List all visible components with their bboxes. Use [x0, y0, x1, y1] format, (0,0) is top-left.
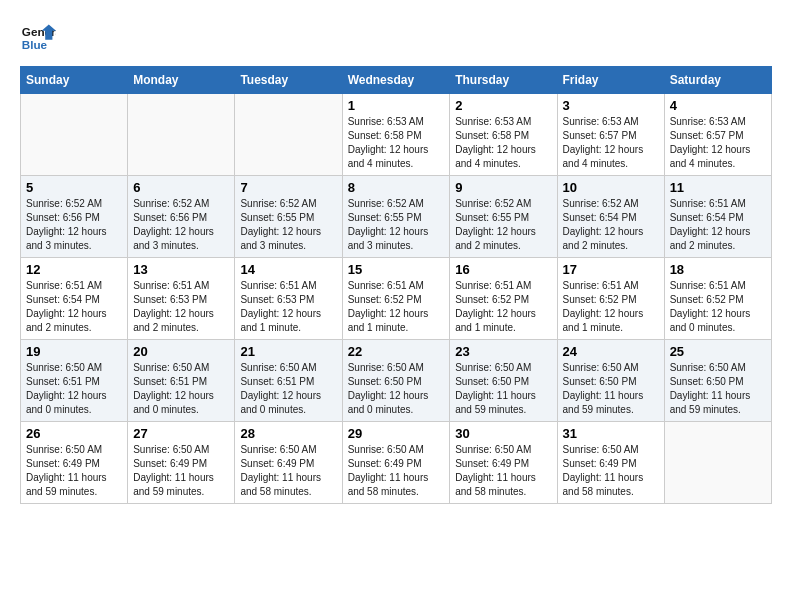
- day-cell: 14Sunrise: 6:51 AM Sunset: 6:53 PM Dayli…: [235, 258, 342, 340]
- day-number: 18: [670, 262, 766, 277]
- day-number: 13: [133, 262, 229, 277]
- day-info: Sunrise: 6:51 AM Sunset: 6:52 PM Dayligh…: [348, 279, 445, 335]
- day-info: Sunrise: 6:51 AM Sunset: 6:54 PM Dayligh…: [670, 197, 766, 253]
- day-info: Sunrise: 6:52 AM Sunset: 6:56 PM Dayligh…: [133, 197, 229, 253]
- day-info: Sunrise: 6:50 AM Sunset: 6:51 PM Dayligh…: [240, 361, 336, 417]
- day-info: Sunrise: 6:50 AM Sunset: 6:49 PM Dayligh…: [455, 443, 551, 499]
- day-cell: 24Sunrise: 6:50 AM Sunset: 6:50 PM Dayli…: [557, 340, 664, 422]
- day-number: 10: [563, 180, 659, 195]
- day-number: 26: [26, 426, 122, 441]
- day-info: Sunrise: 6:51 AM Sunset: 6:52 PM Dayligh…: [455, 279, 551, 335]
- day-number: 2: [455, 98, 551, 113]
- day-cell: 23Sunrise: 6:50 AM Sunset: 6:50 PM Dayli…: [450, 340, 557, 422]
- day-info: Sunrise: 6:50 AM Sunset: 6:50 PM Dayligh…: [670, 361, 766, 417]
- calendar-table: SundayMondayTuesdayWednesdayThursdayFrid…: [20, 66, 772, 504]
- day-number: 24: [563, 344, 659, 359]
- day-cell: 15Sunrise: 6:51 AM Sunset: 6:52 PM Dayli…: [342, 258, 450, 340]
- day-header-wednesday: Wednesday: [342, 67, 450, 94]
- svg-text:Blue: Blue: [22, 38, 48, 51]
- day-info: Sunrise: 6:50 AM Sunset: 6:50 PM Dayligh…: [455, 361, 551, 417]
- day-cell: 19Sunrise: 6:50 AM Sunset: 6:51 PM Dayli…: [21, 340, 128, 422]
- day-header-friday: Friday: [557, 67, 664, 94]
- day-info: Sunrise: 6:52 AM Sunset: 6:55 PM Dayligh…: [240, 197, 336, 253]
- day-number: 22: [348, 344, 445, 359]
- day-info: Sunrise: 6:53 AM Sunset: 6:57 PM Dayligh…: [563, 115, 659, 171]
- day-cell: 27Sunrise: 6:50 AM Sunset: 6:49 PM Dayli…: [128, 422, 235, 504]
- day-info: Sunrise: 6:51 AM Sunset: 6:52 PM Dayligh…: [563, 279, 659, 335]
- day-info: Sunrise: 6:50 AM Sunset: 6:49 PM Dayligh…: [240, 443, 336, 499]
- day-cell: 30Sunrise: 6:50 AM Sunset: 6:49 PM Dayli…: [450, 422, 557, 504]
- day-number: 19: [26, 344, 122, 359]
- day-cell: 26Sunrise: 6:50 AM Sunset: 6:49 PM Dayli…: [21, 422, 128, 504]
- week-row-5: 26Sunrise: 6:50 AM Sunset: 6:49 PM Dayli…: [21, 422, 772, 504]
- day-cell: [235, 94, 342, 176]
- day-cell: 9Sunrise: 6:52 AM Sunset: 6:55 PM Daylig…: [450, 176, 557, 258]
- day-info: Sunrise: 6:50 AM Sunset: 6:49 PM Dayligh…: [563, 443, 659, 499]
- day-number: 31: [563, 426, 659, 441]
- day-info: Sunrise: 6:50 AM Sunset: 6:49 PM Dayligh…: [133, 443, 229, 499]
- day-cell: 2Sunrise: 6:53 AM Sunset: 6:58 PM Daylig…: [450, 94, 557, 176]
- day-cell: 17Sunrise: 6:51 AM Sunset: 6:52 PM Dayli…: [557, 258, 664, 340]
- day-info: Sunrise: 6:50 AM Sunset: 6:50 PM Dayligh…: [348, 361, 445, 417]
- day-info: Sunrise: 6:50 AM Sunset: 6:51 PM Dayligh…: [133, 361, 229, 417]
- day-cell: 5Sunrise: 6:52 AM Sunset: 6:56 PM Daylig…: [21, 176, 128, 258]
- day-cell: [664, 422, 771, 504]
- day-number: 12: [26, 262, 122, 277]
- week-row-4: 19Sunrise: 6:50 AM Sunset: 6:51 PM Dayli…: [21, 340, 772, 422]
- day-cell: 11Sunrise: 6:51 AM Sunset: 6:54 PM Dayli…: [664, 176, 771, 258]
- day-number: 1: [348, 98, 445, 113]
- day-number: 20: [133, 344, 229, 359]
- logo-icon: General Blue: [20, 20, 56, 56]
- day-cell: 10Sunrise: 6:52 AM Sunset: 6:54 PM Dayli…: [557, 176, 664, 258]
- day-info: Sunrise: 6:53 AM Sunset: 6:58 PM Dayligh…: [348, 115, 445, 171]
- day-cell: 7Sunrise: 6:52 AM Sunset: 6:55 PM Daylig…: [235, 176, 342, 258]
- day-cell: 12Sunrise: 6:51 AM Sunset: 6:54 PM Dayli…: [21, 258, 128, 340]
- day-cell: 13Sunrise: 6:51 AM Sunset: 6:53 PM Dayli…: [128, 258, 235, 340]
- day-cell: [128, 94, 235, 176]
- day-header-sunday: Sunday: [21, 67, 128, 94]
- day-header-monday: Monday: [128, 67, 235, 94]
- day-info: Sunrise: 6:51 AM Sunset: 6:53 PM Dayligh…: [240, 279, 336, 335]
- day-number: 8: [348, 180, 445, 195]
- day-header-thursday: Thursday: [450, 67, 557, 94]
- week-row-1: 1Sunrise: 6:53 AM Sunset: 6:58 PM Daylig…: [21, 94, 772, 176]
- day-number: 11: [670, 180, 766, 195]
- day-number: 5: [26, 180, 122, 195]
- day-number: 29: [348, 426, 445, 441]
- day-info: Sunrise: 6:52 AM Sunset: 6:55 PM Dayligh…: [348, 197, 445, 253]
- day-info: Sunrise: 6:52 AM Sunset: 6:56 PM Dayligh…: [26, 197, 122, 253]
- day-number: 25: [670, 344, 766, 359]
- day-cell: 29Sunrise: 6:50 AM Sunset: 6:49 PM Dayli…: [342, 422, 450, 504]
- week-row-2: 5Sunrise: 6:52 AM Sunset: 6:56 PM Daylig…: [21, 176, 772, 258]
- day-cell: 3Sunrise: 6:53 AM Sunset: 6:57 PM Daylig…: [557, 94, 664, 176]
- day-number: 27: [133, 426, 229, 441]
- day-cell: [21, 94, 128, 176]
- day-cell: 6Sunrise: 6:52 AM Sunset: 6:56 PM Daylig…: [128, 176, 235, 258]
- day-cell: 22Sunrise: 6:50 AM Sunset: 6:50 PM Dayli…: [342, 340, 450, 422]
- day-info: Sunrise: 6:50 AM Sunset: 6:50 PM Dayligh…: [563, 361, 659, 417]
- day-number: 30: [455, 426, 551, 441]
- day-cell: 8Sunrise: 6:52 AM Sunset: 6:55 PM Daylig…: [342, 176, 450, 258]
- day-info: Sunrise: 6:50 AM Sunset: 6:49 PM Dayligh…: [26, 443, 122, 499]
- day-number: 6: [133, 180, 229, 195]
- day-number: 17: [563, 262, 659, 277]
- header: General Blue: [20, 20, 772, 56]
- day-number: 28: [240, 426, 336, 441]
- day-info: Sunrise: 6:51 AM Sunset: 6:54 PM Dayligh…: [26, 279, 122, 335]
- day-number: 21: [240, 344, 336, 359]
- day-info: Sunrise: 6:51 AM Sunset: 6:52 PM Dayligh…: [670, 279, 766, 335]
- day-cell: 31Sunrise: 6:50 AM Sunset: 6:49 PM Dayli…: [557, 422, 664, 504]
- day-info: Sunrise: 6:52 AM Sunset: 6:55 PM Dayligh…: [455, 197, 551, 253]
- day-info: Sunrise: 6:53 AM Sunset: 6:57 PM Dayligh…: [670, 115, 766, 171]
- day-header-saturday: Saturday: [664, 67, 771, 94]
- day-number: 15: [348, 262, 445, 277]
- day-info: Sunrise: 6:52 AM Sunset: 6:54 PM Dayligh…: [563, 197, 659, 253]
- day-number: 9: [455, 180, 551, 195]
- day-info: Sunrise: 6:50 AM Sunset: 6:51 PM Dayligh…: [26, 361, 122, 417]
- day-number: 7: [240, 180, 336, 195]
- day-cell: 28Sunrise: 6:50 AM Sunset: 6:49 PM Dayli…: [235, 422, 342, 504]
- days-header-row: SundayMondayTuesdayWednesdayThursdayFrid…: [21, 67, 772, 94]
- day-number: 16: [455, 262, 551, 277]
- day-cell: 4Sunrise: 6:53 AM Sunset: 6:57 PM Daylig…: [664, 94, 771, 176]
- day-cell: 21Sunrise: 6:50 AM Sunset: 6:51 PM Dayli…: [235, 340, 342, 422]
